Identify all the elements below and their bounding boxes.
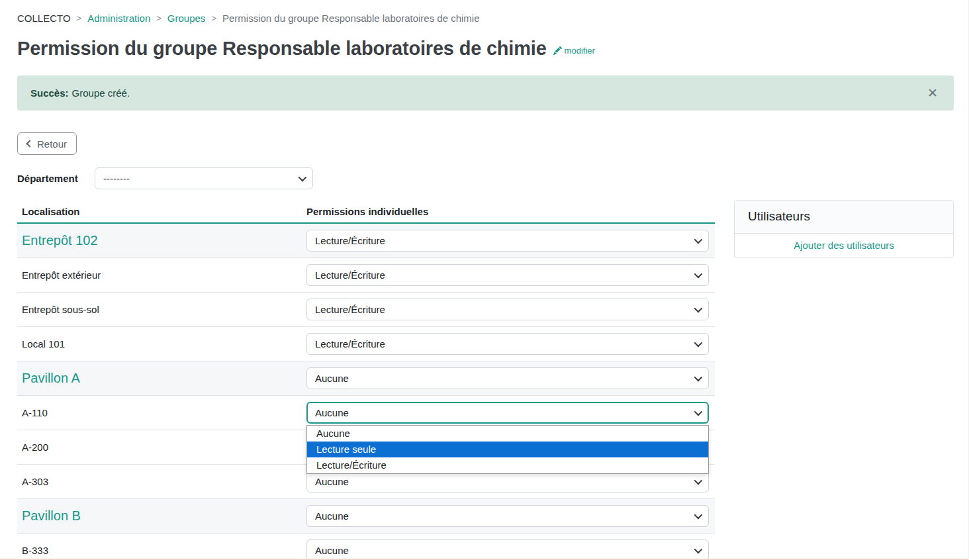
back-button[interactable]: Retour — [17, 132, 77, 155]
permission-select-value: Lecture/Écriture — [315, 269, 694, 281]
location-label: Pavillon B — [17, 508, 306, 524]
permission-select-value: Aucune — [315, 373, 694, 384]
permission-select-value: Lecture/Écriture — [315, 338, 694, 350]
permission-select[interactable]: Aucune — [306, 505, 709, 527]
location-label: Pavillon A — [17, 371, 306, 386]
permission-cell: Aucune AucuneLecture seuleLecture/Écritu… — [306, 402, 715, 424]
location-label: A-303 — [17, 476, 306, 487]
breadcrumb-groupes[interactable]: Groupes — [167, 13, 206, 24]
modify-link-label: modifier — [565, 46, 595, 56]
chevron-left-icon — [26, 140, 33, 147]
chevron-down-icon — [694, 236, 703, 244]
breadcrumb-current: Permission du groupe Responsable laborat… — [222, 13, 480, 24]
dropdown-option[interactable]: Aucune — [307, 426, 708, 442]
permission-select-value: Lecture/Écriture — [315, 235, 694, 246]
permission-select-value: Lecture/Écriture — [315, 304, 694, 315]
success-alert: Succès: Groupe créé. ✕ — [17, 75, 954, 111]
modify-link[interactable]: modifier — [553, 46, 595, 56]
breadcrumb-separator: > — [211, 13, 216, 24]
location-label: A-110 — [17, 407, 306, 418]
permission-select-value: Aucune — [315, 407, 694, 418]
dropdown-option[interactable]: Lecture/Écriture — [307, 457, 708, 473]
department-select-value: -------- — [103, 173, 299, 184]
page-title: Permission du groupe Responsable laborat… — [17, 37, 547, 60]
permission-select[interactable]: Lecture/Écriture — [306, 299, 709, 320]
location-label: Local 101 — [17, 338, 306, 350]
table-rows: Entrepôt 102 Lecture/Écriture Entrepôt e… — [17, 224, 715, 560]
breadcrumb-administration[interactable]: Administration — [87, 13, 150, 24]
chevron-down-icon — [694, 408, 703, 416]
pencil-icon — [553, 46, 562, 55]
location-label: Entrepôt extérieur — [17, 269, 306, 281]
chevron-down-icon — [694, 373, 703, 382]
breadcrumb: COLLECTO > Administration > Groupes > Pe… — [17, 13, 954, 24]
chevron-down-icon — [694, 511, 703, 520]
department-label: Département — [17, 173, 95, 184]
column-header-permissions: Permissions individuelles — [306, 206, 715, 217]
location-label: Entrepôt 102 — [17, 233, 306, 248]
page: COLLECTO > Administration > Groupes > Pe… — [0, 0, 969, 560]
permission-select[interactable]: Lecture/Écriture — [306, 230, 709, 252]
add-users-link[interactable]: Ajouter des utilisateurs — [794, 240, 894, 251]
chevron-down-icon — [694, 304, 703, 313]
table-row: Pavillon A Aucune — [17, 361, 715, 396]
back-button-label: Retour — [37, 138, 67, 150]
location-label: A-200 — [17, 442, 306, 453]
table-row: Pavillon B Aucune — [17, 499, 715, 534]
department-filter-row: Département -------- — [17, 167, 954, 189]
alert-prefix: Succès: — [30, 87, 69, 99]
table-row: A-110 Aucune AucuneLecture seuleLecture/… — [17, 396, 715, 430]
permission-select-value: Aucune — [315, 510, 694, 522]
table-row: Entrepôt sous-sol Lecture/Écriture — [17, 293, 715, 327]
permissions-table: Localisation Permissions individuelles E… — [17, 200, 715, 560]
permission-select[interactable]: Aucune — [306, 539, 709, 560]
chevron-down-icon — [694, 545, 703, 554]
close-icon[interactable]: ✕ — [925, 85, 941, 101]
permission-select-value: Aucune — [315, 545, 694, 556]
chevron-down-icon — [694, 477, 703, 485]
column-header-localisation: Localisation — [17, 206, 306, 217]
permission-select[interactable]: Lecture/Écriture — [306, 264, 709, 286]
permission-cell: Lecture/Écriture — [306, 299, 715, 320]
chevron-down-icon — [299, 173, 307, 182]
permission-select[interactable]: Aucune — [306, 402, 709, 424]
breadcrumb-collecto: COLLECTO — [17, 13, 71, 24]
breadcrumb-separator: > — [156, 13, 162, 24]
table-row: Entrepôt extérieur Lecture/Écriture — [17, 258, 715, 293]
main-content: Localisation Permissions individuelles E… — [17, 200, 954, 560]
department-select[interactable]: -------- — [95, 167, 313, 189]
users-panel-body: Ajouter des utilisateurs — [735, 234, 953, 257]
users-panel-title: Utilisateurs — [735, 201, 953, 234]
permission-cell: Lecture/Écriture — [306, 333, 715, 355]
chevron-down-icon — [694, 270, 703, 279]
location-label: B-333 — [17, 545, 306, 556]
permission-select-value: Aucune — [315, 476, 694, 487]
permission-cell: Aucune — [306, 367, 715, 389]
alert-message: Groupe créé. — [72, 87, 130, 99]
table-row: Entrepôt 102 Lecture/Écriture — [17, 224, 715, 258]
permission-dropdown-menu: AucuneLecture seuleLecture/Écriture — [306, 425, 709, 474]
dropdown-option[interactable]: Lecture seule — [307, 442, 708, 457]
chevron-down-icon — [694, 339, 703, 348]
table-header-row: Localisation Permissions individuelles — [17, 200, 715, 224]
users-panel: Utilisateurs Ajouter des utilisateurs — [734, 200, 954, 258]
breadcrumb-separator: > — [77, 13, 82, 24]
permission-select[interactable]: Lecture/Écriture — [306, 333, 709, 355]
permission-cell: Aucune — [306, 505, 715, 527]
title-row: Permission du groupe Responsable laborat… — [17, 37, 954, 60]
table-row: Local 101 Lecture/Écriture — [17, 327, 715, 361]
table-row: B-333 Aucune — [17, 534, 715, 560]
permission-cell: Lecture/Écriture — [306, 230, 715, 252]
permission-cell: Aucune — [306, 539, 715, 560]
location-label: Entrepôt sous-sol — [17, 304, 306, 315]
permission-select[interactable]: Aucune — [306, 367, 709, 389]
permission-cell: Lecture/Écriture — [306, 264, 715, 286]
